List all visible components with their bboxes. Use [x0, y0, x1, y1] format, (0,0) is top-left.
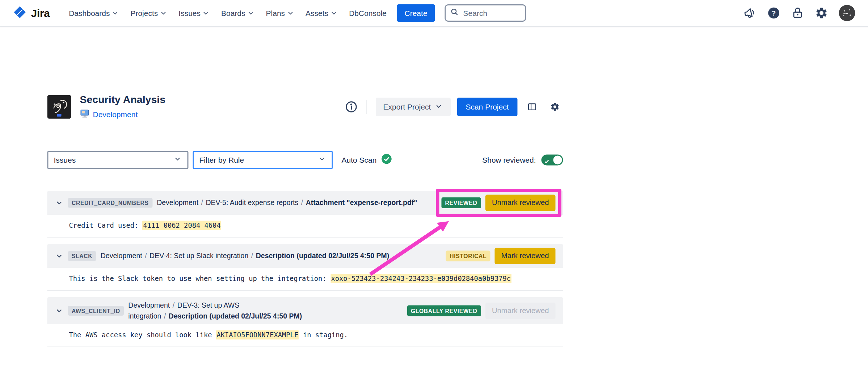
chevron-down-icon	[111, 9, 119, 17]
user-avatar[interactable]	[839, 5, 855, 21]
nav-item-boards[interactable]: Boards	[216, 5, 260, 21]
jira-logo-icon	[13, 5, 27, 21]
breadcrumb-project[interactable]: Development	[128, 301, 170, 309]
jira-security-analysis-page: Jira Dashboards Projects Issues Boards P…	[0, 0, 868, 376]
auto-scan-status: Auto Scan	[342, 154, 392, 166]
toggle-knob	[553, 155, 562, 164]
nav-item-plans[interactable]: Plans	[261, 5, 300, 21]
breadcrumb-issue[interactable]: DEV-4: Set up Slack integration	[149, 252, 248, 260]
finding-row-credit-card: CREDIT_CARD_NUMBERS Development/DEV-5: A…	[47, 191, 563, 238]
search-icon	[450, 8, 459, 18]
show-reviewed-label: Show reviewed:	[482, 155, 536, 164]
status-badge-globally-reviewed: GLOBALLY REVIEWED	[407, 305, 481, 316]
breadcrumb: Development/DEV-4: Set up Slack integrat…	[101, 251, 442, 261]
info-icon[interactable]	[345, 101, 358, 114]
nav-item-assets[interactable]: Assets	[301, 5, 343, 21]
secret-highlight-2: AKIAIO5FODNN7EXAMPLE	[216, 330, 299, 340]
gear-icon[interactable]	[815, 7, 828, 20]
chevron-down-icon	[247, 9, 255, 17]
breadcrumb-location[interactable]: Description (updated 02/Jul/25 4:50 PM)	[169, 312, 302, 320]
issues-select[interactable]: Issues	[47, 151, 189, 169]
unmark-reviewed-button-disabled[interactable]: Unmark reviewed	[485, 303, 556, 319]
lock-icon[interactable]	[791, 7, 804, 20]
breadcrumb: Development/DEV-5: Audit expense reports…	[157, 197, 437, 208]
rule-badge: SLACK	[68, 251, 96, 261]
global-search[interactable]	[445, 4, 526, 22]
main-content: Security Analysis Development Export Pro…	[47, 27, 563, 347]
finding-header: SLACK Development/DEV-4: Set up Slack in…	[47, 244, 563, 268]
mark-reviewed-button[interactable]: Mark reviewed	[495, 248, 556, 264]
export-project-button[interactable]: Export Project	[376, 98, 451, 116]
review-cluster-2: GLOBALLY REVIEWED Unmark reviewed	[407, 303, 555, 319]
chevron-down-icon	[173, 155, 182, 165]
megaphone-icon[interactable]	[743, 7, 757, 20]
filter-bar: Issues Filter by Rule Auto Scan Show rev…	[47, 151, 563, 169]
nav-item-dbconsole[interactable]: DbConsole	[344, 5, 392, 21]
chevron-down-icon	[318, 155, 326, 165]
secret-highlight-1: xoxo-523423-234243-234233-e039d02840a0b9…	[330, 274, 511, 283]
finding-text: in staging.	[299, 331, 348, 339]
project-header: Security Analysis Development Export Pro…	[47, 94, 563, 120]
finding-text: This is the Slack token to use when sett…	[69, 274, 330, 283]
finding-text: Credit Card used:	[69, 221, 143, 230]
chevron-down-icon	[286, 9, 295, 17]
project-titles: Security Analysis Development	[80, 94, 166, 120]
jira-logo[interactable]: Jira	[13, 5, 50, 21]
breadcrumb-issue[interactable]: DEV-5: Audit expense reports	[206, 198, 299, 207]
rule-badge: CREDIT_CARD_NUMBERS	[68, 198, 153, 208]
nav-item-dashboards[interactable]: Dashboards	[64, 5, 125, 21]
expand-chevron-icon[interactable]	[55, 252, 64, 260]
finding-header: AWS_CLIENT_ID Development/DEV-3: Set up …	[47, 297, 563, 324]
nav-right-icons: ?	[743, 5, 855, 21]
layout-sidebar-button[interactable]	[524, 99, 540, 115]
show-reviewed-toggle[interactable]	[542, 154, 563, 165]
toggle-check-icon	[544, 157, 549, 166]
chevron-down-icon	[434, 102, 443, 112]
nav-item-issues[interactable]: Issues	[174, 5, 215, 21]
unmark-reviewed-button[interactable]: Unmark reviewed	[485, 195, 556, 211]
breadcrumb-location[interactable]: Attachment "expense-report.pdf"	[306, 198, 417, 207]
settings-gear-button[interactable]	[547, 99, 563, 115]
project-actions: Export Project Scan Project	[345, 98, 563, 116]
jira-wordmark: Jira	[31, 7, 50, 20]
review-cluster-1: HISTORICAL Mark reviewed	[446, 248, 556, 264]
finding-content: This is the Slack token to use when sett…	[47, 268, 563, 291]
primary-nav: Dashboards Projects Issues Boards Plans …	[64, 5, 392, 21]
auto-scan-label: Auto Scan	[342, 155, 377, 164]
expand-chevron-icon[interactable]	[55, 306, 64, 315]
status-badge-historical: HISTORICAL	[446, 251, 490, 261]
secret-highlight-0: 4111 0062 2084 4604	[143, 221, 222, 230]
project-icon	[80, 108, 90, 120]
breadcrumb-location[interactable]: Description (updated 02/Jul/25 4:50 PM)	[256, 252, 389, 260]
breadcrumb-project[interactable]: Development	[101, 252, 142, 260]
create-button[interactable]: Create	[397, 4, 435, 22]
chevron-down-icon	[329, 9, 338, 17]
expand-chevron-icon[interactable]	[55, 198, 64, 207]
finding-row-aws: AWS_CLIENT_ID Development/DEV-3: Set up …	[47, 297, 563, 347]
breadcrumb: Development/DEV-3: Set up AWS integratio…	[128, 300, 403, 321]
search-input[interactable]	[462, 8, 521, 18]
page-title: Security Analysis	[80, 94, 166, 106]
finding-header: CREDIT_CARD_NUMBERS Development/DEV-5: A…	[47, 191, 563, 215]
divider	[366, 100, 367, 114]
filter-by-rule-select[interactable]: Filter by Rule	[193, 151, 333, 169]
finding-content: The AWS access key should look like AKIA…	[47, 324, 563, 347]
finding-row-slack: SLACK Development/DEV-4: Set up Slack in…	[47, 244, 563, 291]
project-subtitle: Development	[80, 108, 166, 120]
help-icon[interactable]: ?	[767, 7, 780, 20]
status-badge-reviewed: REVIEWED	[441, 197, 481, 208]
chevron-down-icon	[202, 9, 210, 17]
scan-project-button[interactable]: Scan Project	[457, 98, 517, 116]
findings-list: CREDIT_CARD_NUMBERS Development/DEV-5: A…	[47, 191, 563, 347]
project-avatar	[47, 95, 71, 119]
chevron-down-icon	[159, 9, 168, 17]
breadcrumb-project[interactable]: Development	[157, 198, 198, 207]
nav-item-projects[interactable]: Projects	[126, 5, 173, 21]
finding-content: Credit Card used: 4111 0062 2084 4604	[47, 215, 563, 238]
svg-text:?: ?	[772, 9, 776, 17]
rule-badge: AWS_CLIENT_ID	[68, 306, 124, 316]
project-link[interactable]: Development	[93, 110, 138, 119]
top-navigation-bar: Jira Dashboards Projects Issues Boards P…	[0, 0, 868, 27]
finding-text: The AWS access key should look like	[69, 331, 216, 339]
review-cluster-0: REVIEWED Unmark reviewed	[441, 195, 555, 211]
